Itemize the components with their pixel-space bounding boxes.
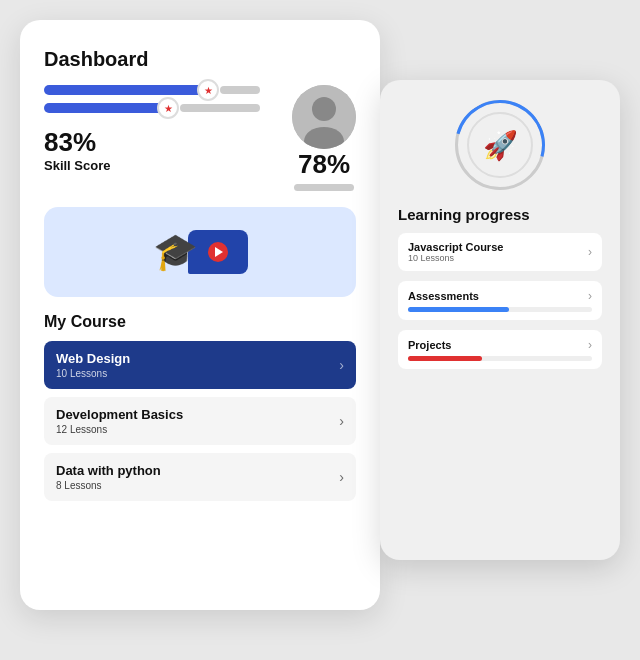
course-banner: 🎓	[44, 207, 356, 297]
progress-bar-2: ★	[44, 103, 174, 113]
course-lessons-0: 10 Lessons	[56, 368, 130, 379]
main-card: Dashboard ★	[20, 20, 380, 610]
chevron-right-icon-2: ›	[339, 469, 344, 485]
progress-bar-1: ★	[44, 85, 214, 95]
course-info-2: Data with python 8 Lessons	[56, 463, 161, 491]
star-icon-2: ★	[164, 103, 173, 114]
course-name-0: Web Design	[56, 351, 130, 366]
course-item-1[interactable]: Development Basics 12 Lessons ›	[44, 397, 356, 445]
learning-bar-track-1	[408, 307, 592, 312]
learning-item-name-0: Javascript Course	[408, 241, 503, 253]
course-lessons-1: 12 Lessons	[56, 424, 183, 435]
graduation-cap-icon: 🎓	[153, 231, 198, 273]
learning-item-name-1: Assessments	[408, 290, 479, 302]
learning-chevron-2: ›	[588, 338, 592, 352]
learning-item-name-2: Projects	[408, 339, 451, 351]
play-button[interactable]	[208, 242, 228, 262]
course-name-1: Development Basics	[56, 407, 183, 422]
learning-item-1[interactable]: Assessments ›	[398, 281, 602, 320]
learning-chevron-1: ›	[588, 289, 592, 303]
left-percent: 83%	[44, 127, 260, 158]
star-badge-2: ★	[157, 97, 179, 119]
learning-list: Javascript Course 10 Lessons › Assessmen…	[398, 233, 602, 369]
star-badge-1: ★	[197, 79, 219, 101]
left-stat: ★ ★ 83% Skill S	[44, 85, 260, 173]
learning-item-2[interactable]: Projects ›	[398, 330, 602, 369]
course-name-2: Data with python	[56, 463, 161, 478]
avatar	[292, 85, 356, 149]
avatar-svg	[292, 85, 356, 149]
learning-chevron-0: ›	[588, 245, 592, 259]
learning-title: Learning progress	[398, 206, 602, 223]
learning-bar-fill-1	[408, 307, 509, 312]
course-list: Web Design 10 Lessons › Development Basi…	[44, 341, 356, 501]
course-info-0: Web Design 10 Lessons	[56, 351, 130, 379]
learning-item-header-0: Javascript Course 10 Lessons ›	[408, 241, 592, 263]
my-course-title: My Course	[44, 313, 356, 331]
course-info-1: Development Basics 12 Lessons	[56, 407, 183, 435]
progress-row-2: ★	[44, 103, 260, 113]
learning-item-0[interactable]: Javascript Course 10 Lessons ›	[398, 233, 602, 271]
course-item-0[interactable]: Web Design 10 Lessons ›	[44, 341, 356, 389]
course-item-2[interactable]: Data with python 8 Lessons ›	[44, 453, 356, 501]
course-lessons-2: 8 Lessons	[56, 480, 161, 491]
svg-point-1	[312, 97, 336, 121]
chevron-right-icon-1: ›	[339, 413, 344, 429]
bar-remainder-2	[180, 104, 260, 112]
learning-bar-track-2	[408, 356, 592, 361]
learning-bar-fill-2	[408, 356, 482, 361]
stats-row: ★ ★ 83% Skill S	[44, 85, 356, 191]
chevron-right-icon-0: ›	[339, 357, 344, 373]
progress-bars: ★ ★	[44, 85, 260, 113]
dashboard-title: Dashboard	[44, 48, 356, 71]
right-percent: 78%	[298, 149, 350, 180]
star-icon-1: ★	[204, 85, 213, 96]
rocket-icon: 🚀	[483, 129, 518, 162]
learning-item-header-1: Assessments ›	[408, 289, 592, 303]
learning-lessons-0: 10 Lessons	[408, 253, 503, 263]
learning-item-header-2: Projects ›	[408, 338, 592, 352]
scene: Dashboard ★	[20, 20, 620, 640]
avatar-block: 78%	[292, 85, 356, 191]
right-card: 🚀 Learning progress Javascript Course 10…	[380, 80, 620, 560]
rocket-circle: 🚀	[455, 100, 545, 190]
play-triangle-icon	[215, 247, 223, 257]
bar-remainder-1	[220, 86, 260, 94]
progress-row-1: ★	[44, 85, 260, 95]
learning-item-info-0: Javascript Course 10 Lessons	[408, 241, 503, 263]
skill-score-label: Skill Score	[44, 158, 260, 173]
right-stat-sub	[294, 184, 354, 191]
